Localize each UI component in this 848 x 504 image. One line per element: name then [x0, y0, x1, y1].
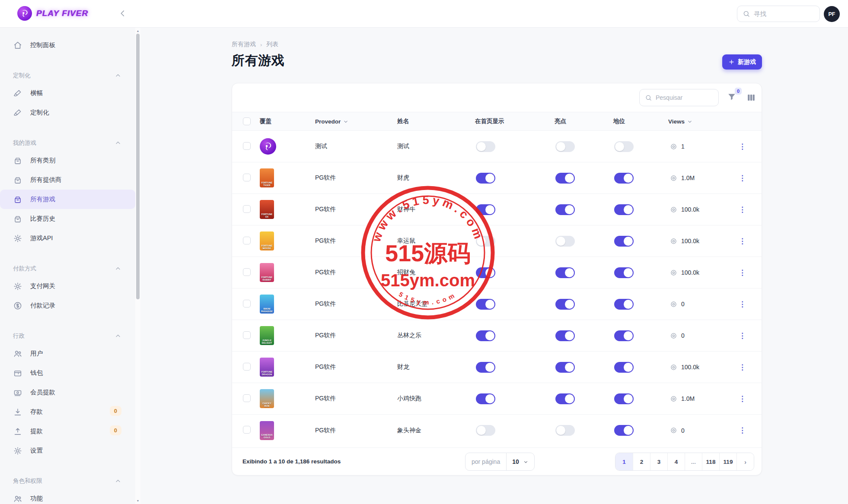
per-page-select[interactable]: por página 10 [465, 453, 535, 471]
avatar[interactable]: PF [824, 6, 840, 22]
toggle-home[interactable] [476, 267, 495, 278]
toggle-highlight[interactable] [555, 362, 575, 373]
toggle-highlight[interactable] [555, 141, 575, 152]
sidebar-item-withdrawals[interactable]: 提款0 [0, 422, 135, 441]
sidebar-item-wallet[interactable]: 钱包 [0, 363, 135, 383]
sidebar-section-1[interactable]: 定制化 [0, 68, 140, 83]
row-checkbox[interactable] [243, 205, 251, 213]
toggle-status[interactable] [614, 425, 634, 436]
toggle-home[interactable] [476, 141, 495, 152]
row-actions-menu-button[interactable]: ⋮ [735, 236, 749, 247]
row-checkbox[interactable] [243, 142, 251, 150]
brand-logo[interactable]: PLAY FIVER [17, 6, 88, 21]
toggle-home[interactable] [476, 362, 495, 373]
sidebar-section-4[interactable]: 行政 [0, 328, 140, 344]
toggle-home[interactable] [476, 299, 495, 310]
toggle-status[interactable] [614, 299, 634, 310]
toggle-status[interactable] [614, 204, 634, 215]
sidebar-section-2[interactable]: 我的游戏 [0, 135, 140, 151]
row-actions-menu-button[interactable]: ⋮ [735, 173, 749, 184]
toggle-highlight[interactable] [555, 299, 575, 310]
row-actions-menu-button[interactable]: ⋮ [735, 393, 749, 404]
toggle-home[interactable] [476, 425, 495, 436]
scrollbar-thumb[interactable] [136, 34, 140, 299]
sidebar-item-all-providers[interactable]: 所有提供商 [0, 170, 135, 190]
toggle-highlight[interactable] [555, 204, 575, 215]
global-search-input[interactable] [754, 10, 814, 17]
sidebar-item-all-games[interactable]: 所有游戏 [0, 190, 135, 209]
sidebar-item-deposits[interactable]: 存款0 [0, 402, 135, 422]
toggle-status[interactable] [614, 173, 634, 184]
columns-button[interactable] [745, 92, 758, 104]
toggle-status[interactable] [614, 330, 634, 341]
scroll-up-icon[interactable]: ▲ [135, 29, 140, 32]
page-button-1[interactable]: 1 [615, 453, 633, 470]
sidebar-item-match-history[interactable]: 比赛历史 [0, 209, 135, 228]
sidebar-item-member-withdrawals[interactable]: 会员提款 [0, 383, 135, 402]
sidebar-item-payment-gateway[interactable]: 支付网关 [0, 276, 135, 296]
page-button-2[interactable]: 2 [633, 453, 650, 470]
sidebar-item-users[interactable]: 用户 [0, 344, 135, 363]
row-actions-menu-button[interactable]: ⋮ [735, 425, 749, 436]
row-checkbox[interactable] [243, 268, 251, 276]
scroll-down-icon[interactable]: ▼ [135, 499, 140, 502]
filter-count-badge: 0 [735, 88, 742, 95]
row-checkbox[interactable] [243, 394, 251, 402]
toggle-home[interactable] [476, 204, 495, 215]
toggle-home[interactable] [476, 393, 495, 404]
toggle-highlight[interactable] [555, 236, 575, 247]
toggle-status[interactable] [614, 267, 634, 278]
row-checkbox[interactable] [243, 426, 251, 434]
sidebar-item-label: 钱包 [30, 369, 43, 377]
row-actions-menu-button[interactable]: ⋮ [735, 299, 749, 310]
toggle-home[interactable] [476, 173, 495, 184]
page-button-118[interactable]: 118 [702, 453, 719, 470]
views-count: 100.0k [681, 269, 699, 276]
toggle-highlight[interactable] [555, 393, 575, 404]
row-checkbox[interactable] [243, 300, 251, 307]
toggle-status[interactable] [614, 141, 634, 152]
row-actions-menu-button[interactable]: ⋮ [735, 204, 749, 215]
toggle-home[interactable] [476, 330, 495, 341]
sidebar-item-game-api[interactable]: 游戏API [0, 228, 135, 248]
page-button-119[interactable]: 119 [719, 453, 736, 470]
sidebar-section-5[interactable]: 角色和权限 [0, 473, 140, 489]
breadcrumb-list[interactable]: 列表 [266, 41, 278, 48]
row-checkbox[interactable] [243, 331, 251, 339]
sidebar-item-features[interactable]: 功能 [0, 489, 135, 504]
sidebar-item-settings[interactable]: 设置 [0, 441, 135, 460]
new-game-button[interactable]: 新游戏 [722, 54, 762, 70]
toggle-highlight[interactable] [555, 425, 575, 436]
sidebar-scrollbar[interactable]: ▲ ▼ [135, 28, 140, 504]
select-all-checkbox[interactable] [243, 117, 251, 125]
sidebar-item-all-categories[interactable]: 所有类别 [0, 151, 135, 170]
toggle-status[interactable] [614, 362, 634, 373]
sidebar-item-payment-records[interactable]: 付款记录 [0, 296, 135, 315]
next-page-button[interactable]: › [736, 453, 754, 470]
toggle-highlight[interactable] [555, 267, 575, 278]
row-checkbox[interactable] [243, 363, 251, 371]
row-checkbox[interactable] [243, 174, 251, 181]
toggle-home[interactable] [476, 236, 495, 247]
row-actions-menu-button[interactable]: ⋮ [735, 330, 749, 341]
table-search-input[interactable] [656, 94, 713, 101]
column-header-views[interactable]: Views [668, 117, 735, 126]
toggle-status[interactable] [614, 236, 634, 247]
sidebar-item-banners[interactable]: 横幅 [0, 83, 135, 103]
page-button-4[interactable]: 4 [667, 453, 685, 470]
sidebar-item-dashboard[interactable]: 控制面板 [0, 35, 135, 55]
page-button-3[interactable]: 3 [650, 453, 667, 470]
sidebar-section-3[interactable]: 付款方式 [0, 261, 140, 276]
breadcrumb-all-games[interactable]: 所有游戏 [232, 41, 256, 48]
filter-button[interactable]: 0 [727, 92, 740, 104]
toggle-status[interactable] [614, 393, 634, 404]
row-checkbox[interactable] [243, 237, 251, 244]
sidebar-item-customization[interactable]: 定制化 [0, 103, 135, 122]
row-actions-menu-button[interactable]: ⋮ [735, 267, 749, 278]
toggle-highlight[interactable] [555, 330, 575, 341]
toggle-highlight[interactable] [555, 173, 575, 184]
row-actions-menu-button[interactable]: ⋮ [735, 141, 749, 152]
sidebar-collapse-button[interactable] [117, 8, 129, 20]
row-actions-menu-button[interactable]: ⋮ [735, 362, 749, 373]
column-header-provider[interactable]: Provedor [315, 117, 397, 126]
